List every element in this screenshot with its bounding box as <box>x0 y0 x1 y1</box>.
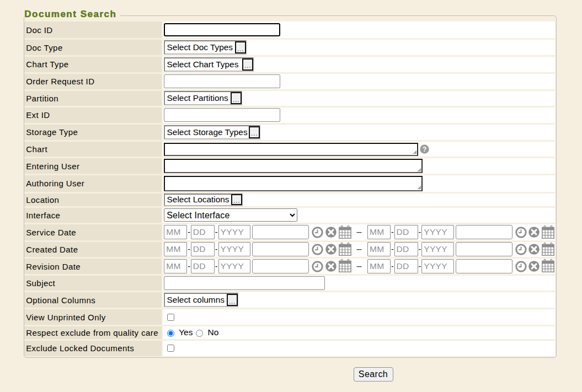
svg-text:?: ? <box>423 146 427 153</box>
